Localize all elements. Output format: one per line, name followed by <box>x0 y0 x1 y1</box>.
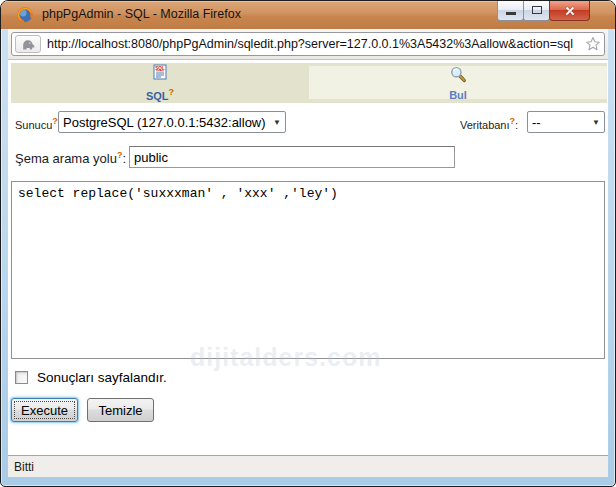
tab-sql[interactable]: SQL SQL? <box>11 63 309 103</box>
minimize-icon <box>506 12 516 15</box>
clear-button[interactable]: Temizle <box>87 398 154 422</box>
firefox-icon <box>16 6 34 24</box>
schema-label: Şema arama yolu?: <box>15 150 126 166</box>
maximize-icon <box>532 6 542 14</box>
tab-bar: SQL SQL? <box>11 63 607 103</box>
server-select-value: PostgreSQL (127.0.0.1:5432:allow) <box>63 115 269 130</box>
database-select[interactable]: -- ▼ <box>527 111 605 133</box>
sql-document-icon: SQL <box>152 64 168 84</box>
window-controls <box>498 1 590 21</box>
sql-help-marker[interactable]: ? <box>169 87 175 97</box>
url-text[interactable]: http://localhost:8080/phpPgAdmin/sqledit… <box>47 37 582 51</box>
status-bar: Bitti <box>8 455 608 477</box>
database-label: Veritabanı?: <box>460 116 518 131</box>
tab-sql-label: SQL? <box>146 86 174 102</box>
database-select-value: -- <box>532 115 588 130</box>
window-title: phpPgAdmin - SQL - Mozilla Firefox <box>42 7 241 21</box>
paginate-checkbox[interactable] <box>15 371 28 384</box>
svg-text:SQL: SQL <box>155 66 165 71</box>
postgresql-elephant-icon <box>20 37 36 51</box>
bookmark-star-icon[interactable] <box>582 36 604 52</box>
sql-textarea[interactable]: select replace('suxxxman' , 'xxx' ,'ley'… <box>11 181 605 359</box>
browser-window: phpPgAdmin - SQL - Mozilla Firefox http:… <box>0 0 616 487</box>
schema-input[interactable] <box>129 146 455 168</box>
status-text: Bitti <box>14 460 34 474</box>
server-select[interactable]: PostgreSQL (127.0.0.1:5432:allow) ▼ <box>58 111 286 133</box>
site-favicon-pill[interactable] <box>15 35 41 53</box>
url-bar[interactable]: http://localhost:8080/phpPgAdmin/sqledit… <box>11 32 605 56</box>
dropdown-arrow-icon: ▼ <box>273 118 281 127</box>
paginate-row: Sonuçları sayfalandır. <box>8 368 608 388</box>
button-row: Execute Temizle <box>8 398 608 424</box>
server-label: Sunucu?: <box>15 116 61 131</box>
minimize-button[interactable] <box>497 1 524 21</box>
tab-find-fill: Bul <box>309 66 607 99</box>
page-content: SQL SQL? <box>8 60 608 455</box>
magnifier-icon <box>449 65 467 87</box>
title-bar[interactable]: phpPgAdmin - SQL - Mozilla Firefox <box>1 1 615 29</box>
paginate-label: Sonuçları sayfalandır. <box>37 370 167 385</box>
tab-find-label: Bul <box>449 89 467 101</box>
maximize-button[interactable] <box>523 1 550 21</box>
server-database-row: Sunucu?: PostgreSQL (127.0.0.1:5432:allo… <box>8 111 608 135</box>
navigation-toolbar: http://localhost:8080/phpPgAdmin/sqledit… <box>8 29 608 60</box>
execute-button[interactable]: Execute <box>11 398 78 422</box>
tab-find[interactable]: Bul <box>309 63 607 103</box>
close-button[interactable] <box>549 1 590 21</box>
schema-row: Şema arama yolu?: <box>8 146 608 170</box>
close-icon <box>564 5 576 17</box>
dropdown-arrow-icon: ▼ <box>592 118 600 127</box>
